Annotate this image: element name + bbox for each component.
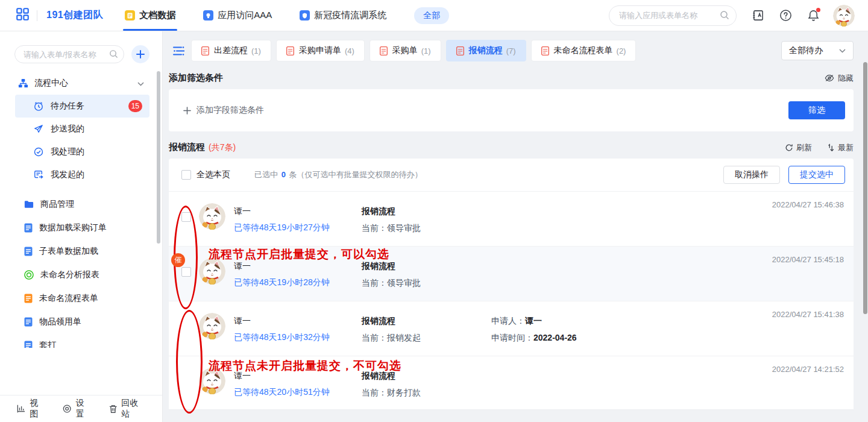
sidebar-item-unnamed-report[interactable]: 未命名分析报表 [0, 263, 162, 286]
task-row[interactable]: 谭一 已等待48天19小时32分钟 报销流程 当前：报销发起 申请人：谭一 申请… [169, 301, 854, 356]
assignee-name: 谭一 [234, 261, 362, 272]
help-icon[interactable] [779, 9, 792, 22]
sidebar-item-handled-by-me[interactable]: 我处理的 [0, 140, 162, 163]
collapse-filter-icon[interactable] [173, 46, 184, 56]
page: 191创建团队 文档数据 应用访问AAA [0, 0, 868, 422]
shield-app-icon [300, 10, 310, 20]
task-row[interactable]: 谭一 已等待48天19小时27分钟 报销流程 当前：领导审批 2022/04/2… [169, 191, 854, 246]
sidebar-scrollbar[interactable] [157, 71, 160, 244]
sidebar: 流程中心 待办任务 15 抄送我的 我处理的 [0, 31, 163, 422]
sidebar-item-data-load-po[interactable]: 数据加载采购订单 [0, 216, 162, 239]
refresh-button[interactable]: 刷新 [785, 142, 812, 153]
wait-duration: 已等待48天19小时27分钟 [234, 222, 362, 233]
chip-unnamed-flow-form[interactable]: 未命名流程表单 (2) [531, 40, 637, 61]
report-icon [24, 270, 34, 280]
form-search [14, 45, 124, 63]
sidebar-item-started-by-me[interactable]: 我发起的 [0, 163, 162, 186]
notification-dot [816, 8, 820, 12]
applicant: 申请人：谭一 [491, 316, 577, 327]
main-scrollbar[interactable] [863, 62, 867, 314]
doc-arrow-icon [34, 170, 43, 180]
assignee-name: 谭一 [234, 206, 362, 217]
refresh-icon [785, 143, 793, 152]
sidebar-group-flow-center[interactable]: 流程中心 [0, 72, 162, 95]
sidebar-item-cc-to-me[interactable]: 抄送我的 [0, 118, 162, 140]
form-icon [24, 341, 33, 348]
chip-reimbursement[interactable]: 报销流程 (7) [446, 40, 526, 61]
form-search-input[interactable] [14, 45, 124, 63]
add-field-filter-button[interactable]: 添加字段筛选条件 [183, 105, 264, 116]
row-timestamp: 2022/04/27 15:46:38 [772, 200, 844, 209]
bulb-app-icon [203, 10, 213, 20]
app-tab-covid[interactable]: 新冠疫情流调系统 [300, 0, 386, 31]
gear-icon [63, 404, 71, 414]
annotation-note-disabled: 流程节点未开启批量提交，不可勾选 [209, 358, 401, 374]
team-name[interactable]: 191创建团队 [46, 9, 103, 22]
settings-button[interactable]: 设置 [63, 398, 90, 420]
flow-form-icon [24, 294, 33, 303]
all-apps-pill[interactable]: 全部 [414, 7, 449, 24]
row-checkbox[interactable] [181, 212, 191, 222]
sidebar-item-todo-tasks[interactable]: 待办任务 15 [15, 95, 149, 118]
flow-doc-icon [286, 46, 294, 55]
flow-doc-icon [456, 46, 464, 55]
urge-badge[interactable]: 催 [171, 253, 185, 267]
divider [37, 10, 37, 21]
annotation-note-enabled: 流程节点开启批量提交，可以勾选 [209, 247, 389, 262]
form-icon [24, 317, 33, 327]
flow-doc-icon [380, 46, 388, 55]
assignee-name: 谭一 [234, 316, 362, 327]
check-circle-icon [34, 147, 43, 157]
row-checkbox[interactable] [181, 267, 191, 277]
global-search-input[interactable] [609, 5, 737, 26]
add-form-button[interactable] [131, 45, 149, 63]
folder-icon [24, 200, 34, 209]
sidebar-tree: 流程中心 待办任务 15 抄送我的 我处理的 [0, 72, 162, 348]
views-button[interactable]: 视图 [17, 398, 45, 420]
user-avatar[interactable] [833, 5, 855, 27]
hide-filter-link[interactable]: 隐藏 [825, 73, 854, 84]
submit-selected-button[interactable]: 提交选中 [788, 166, 845, 184]
app-tab-docs[interactable]: 文档数据 [125, 0, 175, 31]
search-icon[interactable] [109, 49, 118, 61]
list-count: (共7条) [209, 142, 236, 153]
sidebar-item-item-requisition[interactable]: 物品领用单 [0, 310, 162, 333]
chip-purchase-order[interactable]: 采购单 (1) [370, 40, 441, 61]
contacts-icon[interactable] [752, 9, 764, 22]
sidebar-item-print-template[interactable]: 套打 [0, 333, 162, 348]
cancel-operation-button[interactable]: 取消操作 [723, 166, 780, 184]
chevron-down-icon [839, 49, 846, 53]
sidebar-item-subform-data-load[interactable]: 子表单数据加载 [0, 239, 162, 263]
search-icon[interactable] [720, 10, 729, 22]
send-icon [34, 124, 43, 134]
row-timestamp: 2022/04/27 15:41:38 [772, 310, 844, 319]
select-all-checkbox[interactable] [181, 170, 191, 180]
select-all-label[interactable]: 全选本页 [197, 169, 230, 180]
form-icon [24, 223, 33, 233]
recycle-bin-button[interactable]: 回收站 [109, 398, 144, 420]
notification-bell-icon[interactable] [807, 9, 820, 22]
sidebar-footer: 视图 设置 回收站 [0, 395, 162, 422]
plus-icon [183, 107, 191, 115]
app-tab-access[interactable]: 应用访问AAA [203, 0, 272, 31]
workbench-grid-icon[interactable] [16, 8, 29, 23]
current-node: 当前：领导审批 [362, 278, 491, 289]
chevron-down-icon[interactable] [137, 78, 144, 89]
todo-count-badge: 15 [128, 100, 142, 112]
selected-info: 已选中 0 条（仅可选中有批量提交权限的待办） [254, 169, 422, 180]
chart-icon [17, 404, 25, 414]
avatar [199, 313, 225, 339]
filter-section-header: 添加筛选条件 隐藏 [169, 72, 854, 84]
chip-purchase-request[interactable]: 采购申请单 (4) [276, 40, 365, 61]
sort-latest-button[interactable]: 最新 [826, 142, 854, 153]
chip-business-trip[interactable]: 出差流程 (1) [191, 40, 271, 61]
flow-name: 报销流程 [362, 206, 491, 217]
todo-type-select[interactable]: 全部待办 [781, 41, 854, 60]
app-tabs: 文档数据 应用访问AAA 新冠疫情流调系统 [125, 0, 414, 31]
filter-button[interactable]: 筛选 [788, 101, 845, 119]
eye-off-icon [825, 74, 834, 82]
list-title: 报销流程 [169, 142, 205, 153]
filter-title: 添加筛选条件 [169, 72, 223, 84]
sidebar-item-unnamed-flow-form[interactable]: 未命名流程表单 [0, 286, 162, 310]
sidebar-item-product-mgmt[interactable]: 商品管理 [0, 192, 162, 216]
